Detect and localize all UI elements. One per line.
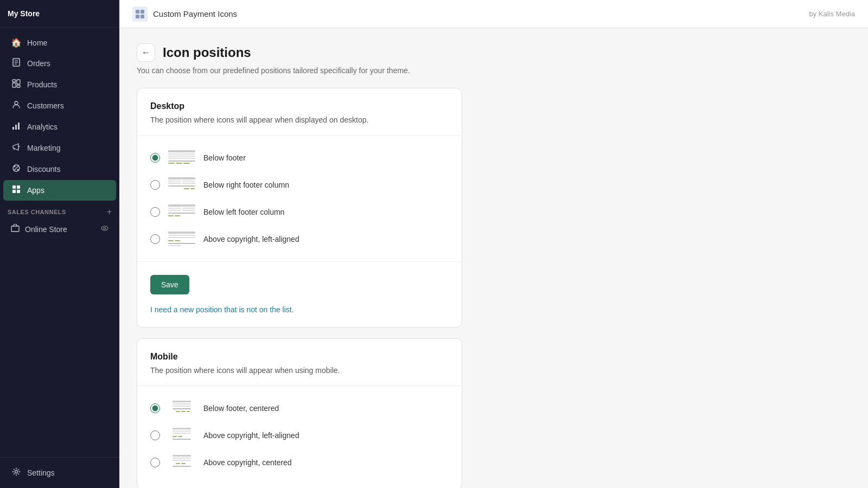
svg-rect-41 xyxy=(184,188,189,189)
svg-rect-74 xyxy=(176,463,180,464)
svg-rect-11 xyxy=(18,123,20,130)
svg-rect-60 xyxy=(173,406,191,407)
sidebar-item-label: Marketing xyxy=(27,144,60,152)
radio-below-footer[interactable] xyxy=(150,153,160,163)
marketing-icon xyxy=(11,143,22,153)
svg-point-20 xyxy=(101,226,108,230)
svg-rect-73 xyxy=(173,460,191,461)
svg-rect-58 xyxy=(173,401,191,402)
sidebar-item-label: Customers xyxy=(27,101,64,110)
desktop-section-title: Desktop xyxy=(150,101,449,111)
radio-label-mobile-above-copyright-left: Above copyright, left-aligned xyxy=(203,431,299,440)
radio-label-mobile-below-footer-centered: Below footer, centered xyxy=(203,404,279,413)
radio-below-right-footer[interactable] xyxy=(150,180,160,190)
radio-mobile-above-copyright-left[interactable] xyxy=(150,431,160,440)
svg-rect-15 xyxy=(12,185,16,189)
sidebar-item-marketing[interactable]: Marketing xyxy=(3,138,116,158)
sidebar-item-settings[interactable]: Settings xyxy=(3,463,116,483)
topbar-attribution: by Kalis Media xyxy=(809,10,855,18)
radio-option-mobile-below-footer-centered[interactable]: Below footer, centered xyxy=(150,395,449,422)
svg-rect-71 xyxy=(173,455,191,457)
layout-icon-mobile-above-copyright-centered xyxy=(168,454,196,471)
svg-rect-5 xyxy=(17,80,20,84)
sidebar-item-analytics[interactable]: Analytics xyxy=(3,117,116,137)
radio-option-mobile-above-copyright-left[interactable]: Above copyright, left-aligned xyxy=(150,422,449,449)
svg-rect-68 xyxy=(173,436,177,437)
radio-option-above-copyright-left[interactable]: Above copyright, left-aligned xyxy=(150,226,449,253)
radio-option-below-footer[interactable]: Below footer xyxy=(150,144,449,171)
mobile-section-desc: The position where icons will appear whe… xyxy=(150,366,449,375)
desktop-card: Desktop The position where icons will ap… xyxy=(137,88,462,328)
svg-rect-18 xyxy=(17,190,20,193)
svg-rect-56 xyxy=(168,243,195,244)
svg-rect-45 xyxy=(182,208,195,209)
sidebar-item-label: Products xyxy=(27,80,57,89)
customers-icon xyxy=(11,100,22,111)
sidebar-item-apps[interactable]: Apps xyxy=(3,180,116,201)
svg-rect-39 xyxy=(182,183,195,184)
sidebar-nav: 🏠 Home Orders Products Customers Anal xyxy=(0,28,119,457)
svg-rect-17 xyxy=(12,190,16,193)
svg-rect-51 xyxy=(168,232,195,234)
svg-rect-16 xyxy=(17,185,20,189)
svg-rect-44 xyxy=(168,208,181,209)
analytics-icon xyxy=(11,121,22,132)
sidebar-item-label: Home xyxy=(27,38,47,47)
radio-mobile-above-copyright-centered[interactable] xyxy=(150,458,160,467)
radio-below-left-footer[interactable] xyxy=(150,207,160,217)
online-store-label: Online Store xyxy=(25,225,67,234)
radio-mobile-below-footer-centered[interactable] xyxy=(150,403,160,413)
sidebar: My Store 🏠 Home Orders Products Customer… xyxy=(0,0,119,488)
radio-label-mobile-above-copyright-centered: Above copyright, centered xyxy=(203,458,292,467)
apps-icon xyxy=(11,185,22,196)
svg-rect-54 xyxy=(168,240,174,241)
add-sales-channel-button[interactable]: + xyxy=(107,208,112,216)
svg-rect-34 xyxy=(183,163,190,164)
svg-rect-33 xyxy=(176,163,182,164)
svg-rect-28 xyxy=(168,153,195,155)
sidebar-item-orders[interactable]: Orders xyxy=(3,53,116,74)
radio-label-below-right-footer: Below right footer column xyxy=(203,181,289,189)
svg-rect-59 xyxy=(173,403,191,404)
eye-icon[interactable] xyxy=(101,224,108,234)
radio-label-above-copyright-left: Above copyright, left-aligned xyxy=(203,235,299,243)
back-button[interactable]: ← xyxy=(137,43,155,62)
orders-icon xyxy=(11,58,22,69)
sales-channels-header: SALES CHANNELS + xyxy=(0,201,119,219)
layout-icon-below-right-footer xyxy=(168,177,196,193)
sidebar-header: My Store xyxy=(0,0,119,28)
page-header: ← Icon positions xyxy=(137,43,851,62)
sidebar-item-discounts[interactable]: Discounts xyxy=(3,159,116,179)
desktop-section-desc: The position where icons will appear whe… xyxy=(150,115,449,124)
radio-option-mobile-above-copyright-centered[interactable]: Above copyright, centered xyxy=(150,449,449,476)
layout-icon-below-left-footer xyxy=(168,204,196,220)
svg-rect-7 xyxy=(12,80,16,82)
sidebar-item-products[interactable]: Products xyxy=(3,74,116,95)
sidebar-item-customers[interactable]: Customers xyxy=(3,95,116,116)
radio-option-below-left-footer[interactable]: Below left footer column xyxy=(150,198,449,226)
svg-rect-52 xyxy=(168,235,195,236)
layout-icon-below-footer xyxy=(168,150,196,166)
online-store-icon xyxy=(11,224,20,234)
radio-option-below-right-footer[interactable]: Below right footer column xyxy=(150,171,449,198)
discounts-icon xyxy=(11,164,22,175)
radio-above-copyright-left[interactable] xyxy=(150,234,160,244)
svg-rect-26 xyxy=(141,15,144,18)
sidebar-item-label: Discounts xyxy=(27,165,60,174)
svg-rect-23 xyxy=(136,10,139,14)
save-button[interactable]: Save xyxy=(150,275,189,294)
svg-rect-10 xyxy=(15,125,17,130)
online-store-left: Online Store xyxy=(11,224,67,234)
new-position-link[interactable]: I need a new position that is not on the… xyxy=(150,305,449,314)
sidebar-item-label: Analytics xyxy=(27,123,58,131)
sidebar-item-label: Orders xyxy=(27,59,50,68)
svg-point-22 xyxy=(15,471,18,473)
sidebar-item-label: Apps xyxy=(27,186,44,195)
svg-rect-75 xyxy=(181,463,186,464)
sidebar-item-home[interactable]: 🏠 Home xyxy=(3,33,116,53)
svg-rect-38 xyxy=(168,183,181,184)
svg-rect-29 xyxy=(168,156,195,157)
sidebar-item-online-store[interactable]: Online Store xyxy=(3,219,116,239)
page-subtitle: You can choose from our predefined posit… xyxy=(137,66,851,75)
mobile-card-divider xyxy=(137,386,462,386)
